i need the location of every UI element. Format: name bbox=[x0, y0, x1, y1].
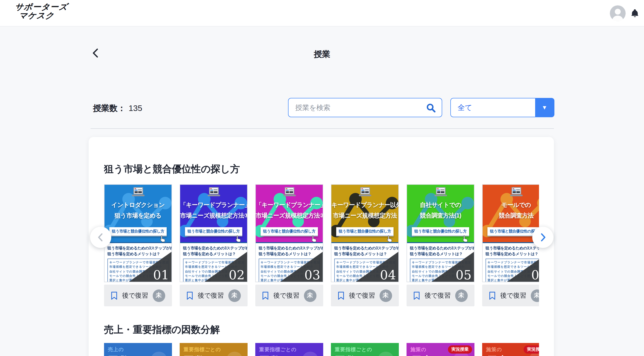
lesson-card[interactable]: 施策の 優先 実況授業 bbox=[482, 343, 539, 356]
lesson-thumb-top: キーワードプランナー以外での 市場ニーズ規模想定方法 狙う市場と競合優位性の探し… bbox=[332, 185, 398, 243]
thumb-title-line2: 市場ニーズ規模想定方法 bbox=[332, 211, 398, 221]
laptop-icon bbox=[283, 187, 296, 197]
mini-card-title: 優先 bbox=[486, 353, 508, 356]
status-badge: 未 bbox=[530, 289, 539, 302]
review-later-button[interactable]: 後で復習 未 bbox=[104, 285, 172, 306]
lesson-number: 04 bbox=[380, 268, 396, 282]
filter-select[interactable]: 全て ▼ bbox=[450, 98, 554, 117]
carousel-prev-button[interactable] bbox=[90, 227, 111, 248]
laptop-icon bbox=[208, 187, 220, 197]
bookmark-icon bbox=[262, 291, 269, 300]
live-lesson-badge: 実況授業 bbox=[448, 345, 472, 353]
decor-circle bbox=[378, 352, 394, 356]
review-label: 後で復習 bbox=[273, 291, 300, 300]
thumb-ribbon-label: 狙う市場と競合優位性の探し方 bbox=[338, 229, 391, 234]
section-title-1: 狙う市場と競合優位性の探し方 bbox=[104, 162, 554, 175]
thumb-ribbon: 狙う市場と競合優位性の探し方 bbox=[412, 227, 469, 236]
chevron-left-icon bbox=[96, 233, 106, 242]
lesson-card[interactable]: 「キーワードプランナー」での 市場ニーズ規模想定方法② 狙う市場と競合優位性の探… bbox=[255, 184, 323, 306]
lesson-description: 狙う市場を定めるための3ステップがわかる 狙う市場を定めるメリットは？ キーワー… bbox=[256, 243, 323, 282]
lesson-count-value: 135 bbox=[128, 104, 142, 113]
lesson-thumbnail: イントロダクション 狙う市場を定める 狙う市場と競合優位性の探し方 狙う市場を定… bbox=[104, 184, 172, 282]
desc-line2: 狙う市場を定めるメリットは？ bbox=[486, 251, 539, 257]
review-label: 後で復習 bbox=[500, 291, 526, 300]
bookmark-icon bbox=[111, 291, 118, 300]
hand-cursor-icon bbox=[311, 235, 317, 242]
chevron-down-icon[interactable]: ▼ bbox=[535, 98, 554, 117]
desc-line1: 狙う市場を定めるための3ステップがわかる bbox=[108, 246, 168, 251]
laptop-icon bbox=[359, 187, 371, 197]
thumb-ribbon: 狙う市場と競合優位性の探し方 bbox=[260, 227, 318, 236]
lesson-card[interactable]: 重要指標ごとの 因数 bbox=[331, 343, 399, 356]
lesson-card[interactable]: キーワードプランナー以外での 市場ニーズ規模想定方法 狙う市場と競合優位性の探し… bbox=[331, 184, 399, 306]
desc-line1: 狙う市場を定めるための3ステップがわかる bbox=[259, 246, 320, 251]
review-later-button[interactable]: 後で復習 未 bbox=[482, 285, 539, 306]
lesson-card[interactable]: 自社サイトでの 競合調査方法(1) 狙う市場と競合優位性の探し方 狙う市場を定め… bbox=[406, 184, 474, 306]
lesson-thumb-title: 自社サイトでの 競合調査方法(1) bbox=[407, 200, 474, 221]
bell-icon bbox=[630, 8, 640, 19]
filter-selected-value: 全て bbox=[458, 103, 472, 112]
thumb-title-line1: イントロダクション bbox=[104, 200, 172, 211]
review-label: 後で復習 bbox=[424, 291, 451, 300]
thumb-ribbon-label: 狙う市場と競合優位性の探し方 bbox=[490, 229, 539, 234]
status-badge: 未 bbox=[455, 289, 468, 302]
search-input[interactable] bbox=[295, 98, 420, 116]
bookmark-icon bbox=[187, 291, 194, 300]
desc-line1: 狙う市場を定めるための3ステップがわかる bbox=[410, 246, 471, 251]
page-title: 授業 bbox=[0, 49, 644, 60]
lesson-number: 06 bbox=[531, 268, 539, 282]
laptop-icon bbox=[434, 187, 447, 197]
desc-line1: 狙う市場を定めるための3ステップがわかる bbox=[486, 246, 539, 251]
laptop-icon bbox=[510, 187, 522, 197]
bookmark-icon bbox=[489, 291, 496, 300]
lesson-number: 01 bbox=[153, 268, 169, 282]
lesson-card[interactable]: 施策の 優先 実況授業 bbox=[406, 343, 474, 356]
review-later-button[interactable]: 後で復習 未 bbox=[180, 285, 248, 306]
review-later-button[interactable]: 後で復習 未 bbox=[406, 285, 474, 306]
laptop-icon bbox=[132, 187, 144, 197]
app-logo[interactable]: サポーターズ マケスク bbox=[14, 3, 68, 21]
thumb-title-line2: 市場ニーズ規模想定方法② bbox=[256, 211, 323, 221]
review-later-button[interactable]: 後で復習 未 bbox=[331, 285, 399, 306]
mini-card-label: 施策の bbox=[486, 346, 502, 353]
hand-cursor-icon bbox=[160, 235, 166, 242]
thumb-ribbon: 狙う市場と競合優位性の探し方 bbox=[185, 227, 242, 236]
desc-line2: 狙う市場を定めるメリットは？ bbox=[259, 251, 320, 257]
desc-line2: 狙う市場を定めるメリットは？ bbox=[108, 251, 168, 257]
carousel-next-button[interactable] bbox=[532, 227, 554, 248]
lesson-count-label: 授業数： bbox=[93, 104, 126, 113]
thumb-title-line2: 市場ニーズ規模想定方法① bbox=[180, 211, 247, 221]
desc-line1: 狙う市場を定めるための3ステップがわかる bbox=[334, 246, 396, 251]
mini-card-label: 重要指標ごとの bbox=[184, 346, 221, 353]
lesson-description: 狙う市場を定めるための3ステップがわかる 狙う市場を定めるメリットは？ キーワー… bbox=[180, 243, 247, 282]
lesson-card[interactable]: モールでの 競合調査方法 狙う市場と競合優位性の探し方 狙う市場を定めるための3… bbox=[482, 184, 539, 306]
decor-circle bbox=[151, 352, 167, 356]
lesson-thumb-top: 「キーワードプランナー」での 市場ニーズ規模想定方法① 狙う市場と競合優位性の探… bbox=[180, 185, 247, 243]
lesson-card[interactable]: 重要指標ごとの 因数 bbox=[255, 343, 323, 356]
lesson-row-2: 売上の 因数 重要指標ごとの 因数 重要指標ごとの 因数 重要指標ごとの 因数 … bbox=[104, 343, 539, 356]
thumb-ribbon: 狙う市場と競合優位性の探し方 bbox=[336, 227, 394, 236]
thumb-title-line1: 「キーワードプランナー」での bbox=[180, 200, 247, 211]
hand-cursor-icon bbox=[462, 235, 468, 242]
review-later-button[interactable]: 後で復習 未 bbox=[255, 285, 323, 306]
mini-card-label: 重要指標ごとの bbox=[259, 346, 297, 353]
user-avatar[interactable] bbox=[610, 5, 626, 21]
lesson-card[interactable]: イントロダクション 狙う市場を定める 狙う市場と競合優位性の探し方 狙う市場を定… bbox=[104, 184, 172, 306]
desc-line2: 狙う市場を定めるメリットは？ bbox=[183, 251, 244, 257]
search-box bbox=[288, 98, 442, 117]
status-badge: 未 bbox=[228, 289, 240, 302]
thumb-title-line2: 競合調査方法(1) bbox=[407, 211, 474, 221]
lesson-card[interactable]: 重要指標ごとの 因数 bbox=[180, 343, 248, 356]
thumb-ribbon: 狙う市場と競合優位性の探し方 bbox=[488, 227, 539, 236]
thumb-title-line1: モールでの bbox=[483, 200, 539, 211]
lesson-thumb-top: モールでの 競合調査方法 狙う市場と競合優位性の探し方 bbox=[483, 185, 539, 243]
notifications-button[interactable] bbox=[630, 8, 640, 19]
lessons-panel: 狙う市場と競合優位性の探し方 bbox=[89, 137, 554, 356]
status-badge: 未 bbox=[152, 289, 165, 302]
mini-card-title: 因数 bbox=[335, 353, 357, 356]
lesson-thumbnail: 「キーワードプランナー」での 市場ニーズ規模想定方法② 狙う市場と競合優位性の探… bbox=[255, 184, 323, 282]
lesson-number: 05 bbox=[456, 268, 472, 282]
search-icon[interactable] bbox=[425, 102, 437, 114]
lesson-card[interactable]: 「キーワードプランナー」での 市場ニーズ規模想定方法① 狙う市場と競合優位性の探… bbox=[180, 184, 248, 306]
lesson-card[interactable]: 売上の 因数 bbox=[104, 343, 172, 356]
